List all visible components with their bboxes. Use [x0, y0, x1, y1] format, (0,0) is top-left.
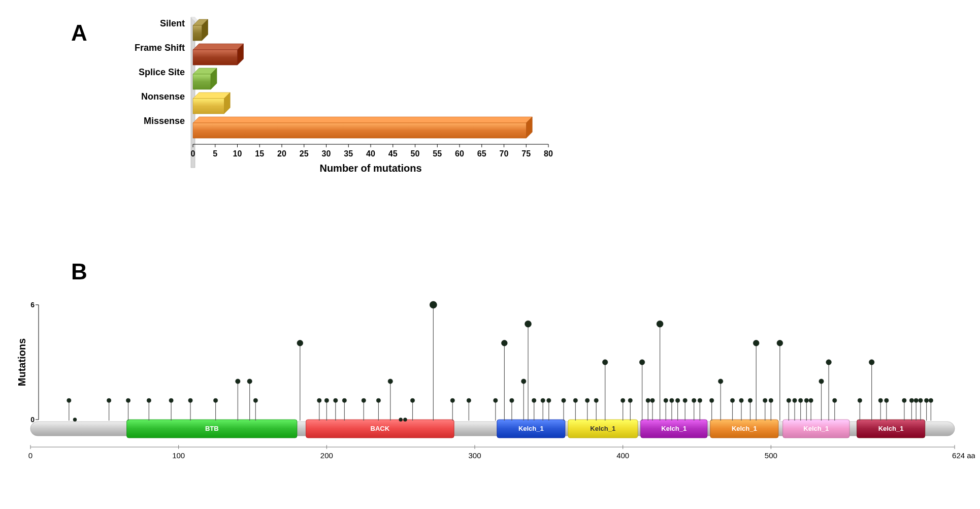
lollipop-head: [107, 398, 111, 402]
lollipop-head: [147, 398, 151, 402]
panel-b-label: B: [71, 259, 87, 284]
lollipop-head: [628, 398, 632, 402]
lollipop-head: [324, 398, 329, 402]
x-tick-label: 55: [433, 149, 442, 158]
lollipop-head: [602, 360, 608, 365]
lollipop-head: [929, 398, 933, 402]
panel-a-bar-chart: SilentFrame ShiftSplice SiteNonsenseMiss…: [135, 17, 553, 174]
x-tick-label: 80: [544, 149, 553, 158]
category-label: Nonsense: [141, 91, 185, 102]
aa-tick-label: 300: [468, 451, 481, 460]
lollipop-head: [683, 398, 687, 402]
bar-top: [193, 117, 532, 123]
lollipop-head: [532, 398, 536, 402]
lollipop-head: [924, 398, 928, 402]
x-tick-label: 30: [322, 149, 331, 158]
lollipop-head: [362, 398, 366, 402]
aa-tick-label: 400: [616, 451, 629, 460]
lollipop-head: [334, 398, 338, 402]
aa-tick-label: 500: [765, 451, 777, 460]
lollipop-head: [297, 340, 303, 346]
aa-tick-label: 624 aa: [952, 451, 975, 460]
domain-label: Kelch_1: [661, 425, 687, 432]
lollipop-head: [410, 398, 414, 402]
bar-front: [193, 74, 211, 89]
bar-front: [193, 25, 202, 41]
lollipop-head: [657, 321, 663, 327]
x-tick-label: 45: [388, 149, 398, 158]
lollipop-head: [450, 398, 454, 402]
lollipop-head: [730, 398, 734, 402]
lollipop-head: [902, 398, 906, 402]
domain-label: Kelch_1: [803, 425, 829, 432]
lollipop-head: [510, 398, 514, 402]
x-tick-label: 35: [344, 149, 353, 158]
category-label: Silent: [160, 18, 185, 28]
lollipop-head: [777, 340, 783, 346]
lollipop-head: [236, 379, 240, 384]
category-label: Missense: [144, 116, 185, 126]
panel-b-lollipop-chart: Mutations06BTBBACKKelch_1Kelch_1Kelch_1K…: [16, 301, 975, 460]
lollipop-head: [547, 398, 551, 402]
x-tick-label: 5: [213, 149, 217, 158]
x-tick-label: 50: [411, 149, 420, 158]
category-label: Splice Site: [139, 67, 185, 77]
figure-root: A SilentFrame ShiftSplice SiteNonsenseMi…: [10, 10, 975, 503]
lollipop-head: [787, 398, 791, 402]
lollipop-head: [541, 398, 545, 402]
lollipop-head: [909, 398, 913, 402]
domain-label: Kelch_1: [878, 425, 904, 432]
lollipop-head: [521, 379, 526, 384]
lollipop-head: [763, 398, 767, 402]
lollipop-head: [126, 398, 130, 402]
bar-top: [193, 44, 244, 50]
lollipop-head: [826, 360, 832, 365]
lollipop-head: [188, 398, 192, 402]
lollipop-head: [804, 398, 808, 402]
lollipop-head: [769, 398, 773, 402]
lollipop-head: [858, 398, 862, 402]
aa-tick-label: 100: [172, 451, 185, 460]
lollipop-head: [639, 360, 645, 365]
domain-label: Kelch_1: [518, 425, 544, 432]
lollipop-head: [621, 398, 625, 402]
lollipop-head: [718, 379, 723, 384]
lollipop-head: [247, 379, 252, 384]
lollipop-head: [342, 398, 346, 402]
x-tick-label: 0: [191, 149, 195, 158]
lollipop-head: [650, 398, 655, 402]
lollipop-head: [809, 398, 813, 402]
lollipop-head: [710, 398, 714, 402]
x-axis-label: Number of mutations: [319, 163, 421, 174]
lollipop-head: [403, 418, 407, 422]
domain-label: Kelch_1: [732, 425, 757, 432]
lollipop-head: [878, 398, 883, 402]
lollipop-head: [739, 398, 743, 402]
lollipop-head: [675, 398, 679, 402]
x-tick-label: 70: [500, 149, 509, 158]
lollipop-head: [753, 340, 759, 346]
lollipop-head: [67, 398, 71, 402]
lollipop-head: [213, 398, 217, 402]
domain-label: Kelch_1: [590, 425, 615, 432]
panel-a-label: A: [71, 20, 87, 45]
y-axis-label: Mutations: [16, 338, 27, 386]
y-tick-label: 6: [30, 301, 35, 309]
lollipop-head: [869, 360, 874, 365]
lollipop-head: [833, 398, 837, 402]
lollipop-head: [914, 398, 918, 402]
lollipop-head: [376, 398, 380, 402]
lollipop-head: [799, 398, 803, 402]
lollipop-head: [253, 398, 257, 402]
lollipop-head: [399, 418, 403, 422]
lollipop-head: [748, 398, 752, 402]
lollipop-head: [494, 398, 498, 402]
bar-front: [193, 99, 224, 114]
lollipop-head: [562, 398, 566, 402]
lollipop-head: [819, 379, 824, 384]
lollipop-head: [501, 340, 507, 346]
lollipop-head: [525, 321, 532, 327]
bar-top: [193, 92, 230, 99]
lollipop-head: [698, 398, 702, 402]
x-tick-label: 20: [277, 149, 286, 158]
